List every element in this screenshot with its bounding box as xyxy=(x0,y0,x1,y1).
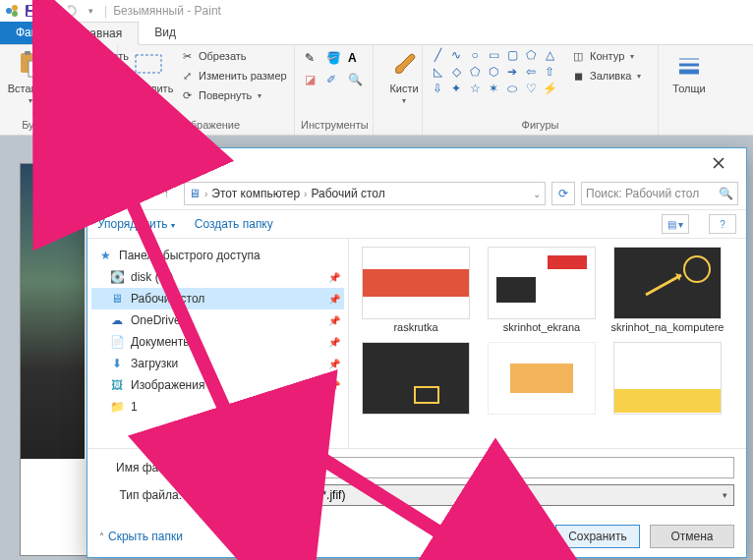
hide-folders-button[interactable]: ˄ Скрыть папки xyxy=(99,530,183,543)
file-item[interactable]: skrinhot_na_komputere xyxy=(608,247,726,334)
pin-icon: 📌 xyxy=(328,294,340,305)
shape-arrowr-icon[interactable]: ➔ xyxy=(503,64,521,80)
filetype-combo[interactable]: JPEG (*.jpg;*.jpeg;*.jpe;*.jfif) ▾ xyxy=(190,484,734,506)
pin-icon: 📌 xyxy=(328,359,340,369)
refresh-button[interactable]: ⟳ xyxy=(551,182,575,205)
back-button[interactable]: ← xyxy=(95,182,119,205)
file-thumbnail xyxy=(362,342,470,415)
outline-button[interactable]: ◫Контур▾ xyxy=(568,47,643,65)
brushes-button[interactable]: Кисти ▾ xyxy=(379,47,429,107)
shape-rect-icon[interactable]: ▭ xyxy=(485,47,502,63)
organize-button[interactable]: Упорядочить ▾ xyxy=(97,217,175,231)
close-button[interactable] xyxy=(699,152,738,174)
tree-item-pictures[interactable]: 🖼 Изображения 📌 xyxy=(91,374,344,396)
file-item[interactable] xyxy=(608,342,726,415)
paste-icon xyxy=(15,49,46,81)
cancel-button[interactable]: Отмена xyxy=(650,525,734,548)
eraser-icon[interactable]: ◪ xyxy=(305,73,324,92)
file-thumbnail xyxy=(488,342,596,415)
text-icon[interactable]: A xyxy=(348,51,368,71)
fill-button[interactable]: ◼Заливка▾ xyxy=(568,67,643,84)
undo-icon[interactable] xyxy=(43,3,59,19)
size-icon xyxy=(673,49,705,81)
copy-button[interactable]: ⧉Копировать xyxy=(59,67,141,84)
tab-home[interactable]: Главная xyxy=(61,22,140,45)
shape-oval-icon[interactable]: ○ xyxy=(466,47,484,63)
paste-button[interactable]: Вставить ▾ xyxy=(6,47,55,107)
fill-icon[interactable]: 🪣 xyxy=(326,51,346,71)
filename-input[interactable] xyxy=(190,457,734,478)
view-button[interactable]: ▤ ▾ xyxy=(662,214,689,234)
crop-button[interactable]: ✂Обрезать xyxy=(177,47,289,65)
svg-point-1 xyxy=(12,5,18,11)
shape-polygon-icon[interactable]: ⬠ xyxy=(522,47,540,63)
search-input[interactable]: Поиск: Рабочий стол 🔍 xyxy=(581,182,738,205)
file-thumbnail xyxy=(613,247,722,319)
tree-quick-access[interactable]: ★ Панель быстрого доступа xyxy=(91,245,344,266)
file-item[interactable] xyxy=(483,342,601,415)
breadcrumb-desktop[interactable]: Рабочий стол xyxy=(311,187,384,200)
tree-item-documents[interactable]: 📄 Документы 📌 xyxy=(91,331,344,353)
size-button[interactable]: Толщи xyxy=(665,47,714,96)
breadcrumb-pc[interactable]: Этот компьютер xyxy=(211,187,300,200)
rotate-button[interactable]: ⟳Повернуть▾ xyxy=(177,86,289,104)
pencil-icon[interactable]: ✎ xyxy=(305,51,324,71)
folder-tree[interactable]: ★ Панель быстрого доступа 💽 disk (F:) 📌 … xyxy=(87,239,349,448)
shape-triangle-icon[interactable]: △ xyxy=(541,47,558,63)
shape-pentagon-icon[interactable]: ⬠ xyxy=(466,64,484,80)
tree-item-folder1[interactable]: 📁 1 xyxy=(91,396,344,418)
tree-item-onedrive[interactable]: ☁ OneDrive 📌 xyxy=(91,309,344,331)
new-folder-button[interactable]: Создать папку xyxy=(195,217,273,231)
shape-arrowd-icon[interactable]: ⇩ xyxy=(429,81,446,96)
file-thumbnail xyxy=(362,247,470,319)
shapes-gallery[interactable]: ╱ ∿ ○ ▭ ▢ ⬠ △ ◺ ◇ ⬠ ⬡ ➔ ⇦ ⇧ ⇩ ✦ ☆ ✶ ⬭ ♡ xyxy=(429,47,558,96)
dialog-nav: ← → ↑ 🖥 › Этот компьютер › Рабочий стол … xyxy=(87,178,746,209)
quick-access-toolbar: ▾ | Безымянный - Paint xyxy=(0,0,753,22)
shape-hexagon-icon[interactable]: ⬡ xyxy=(485,64,502,80)
qat-dropdown-icon[interactable]: ▾ xyxy=(83,3,98,19)
tree-item-disk[interactable]: 💽 disk (F:) 📌 xyxy=(91,266,344,288)
tab-file[interactable]: Файл xyxy=(0,22,61,44)
shape-curve-icon[interactable]: ∿ xyxy=(447,47,465,63)
tree-item-desktop[interactable]: 🖥 Рабочий стол 📌 xyxy=(91,288,344,309)
up-button[interactable]: ↑ xyxy=(154,182,178,205)
shape-roundrect-icon[interactable]: ▢ xyxy=(503,47,521,63)
save-icon[interactable] xyxy=(24,3,39,19)
shape-diamond-icon[interactable]: ◇ xyxy=(447,64,465,80)
shape-rtriangle-icon[interactable]: ◺ xyxy=(429,64,446,80)
ribbon-group-image: Выделить ▾ ✂Обрезать ⤢Изменить размер ⟳П… xyxy=(118,45,295,135)
tree-item-downloads[interactable]: ⬇ Загрузки 📌 xyxy=(91,353,344,374)
onedrive-icon: ☁ xyxy=(109,312,125,328)
chevron-up-icon: ˄ xyxy=(99,532,104,542)
resize-button[interactable]: ⤢Изменить размер xyxy=(177,67,289,84)
ribbon-tabs: Файл Главная Вид xyxy=(0,22,753,45)
shape-heart-icon[interactable]: ♡ xyxy=(522,81,540,96)
redo-icon[interactable] xyxy=(63,3,79,19)
forward-button[interactable]: → xyxy=(125,182,148,205)
file-thumbnail xyxy=(488,247,596,319)
file-item[interactable]: raskrutka xyxy=(357,247,475,334)
clipboard-group-label: Буфер обмена xyxy=(6,119,111,133)
shape-arrowu-icon[interactable]: ⇧ xyxy=(541,64,558,80)
help-button[interactable]: ? xyxy=(709,214,736,234)
shape-arrowl-icon[interactable]: ⇦ xyxy=(522,64,540,80)
svg-point-14 xyxy=(103,156,109,162)
shape-star5-icon[interactable]: ☆ xyxy=(466,81,484,96)
file-list[interactable]: raskrutka skrinhot_ekrana skrinhot_na_ko… xyxy=(349,239,746,448)
shape-callout-icon[interactable]: ⬭ xyxy=(503,81,521,96)
shape-bolt-icon[interactable]: ⚡ xyxy=(541,81,558,96)
breadcrumb-dropdown-icon[interactable]: ⌄ xyxy=(533,189,541,199)
breadcrumb[interactable]: 🖥 › Этот компьютер › Рабочий стол ⌄ xyxy=(184,182,546,205)
shape-line-icon[interactable]: ╱ xyxy=(429,47,446,63)
tab-view[interactable]: Вид xyxy=(139,22,192,44)
svg-point-13 xyxy=(97,159,103,165)
canvas-image xyxy=(21,164,85,459)
zoom-icon[interactable]: 🔍 xyxy=(348,73,368,92)
file-item[interactable] xyxy=(357,342,475,415)
file-item[interactable]: skrinhot_ekrana xyxy=(483,247,601,334)
picker-icon[interactable]: ✐ xyxy=(326,73,346,92)
dialog-fields: Имя файла: Тип файла: JPEG (*.jpg;*.jpeg… xyxy=(87,448,746,516)
save-button[interactable]: Сохранить xyxy=(555,525,640,548)
shape-star4-icon[interactable]: ✦ xyxy=(447,81,465,96)
shape-star6-icon[interactable]: ✶ xyxy=(485,81,502,96)
